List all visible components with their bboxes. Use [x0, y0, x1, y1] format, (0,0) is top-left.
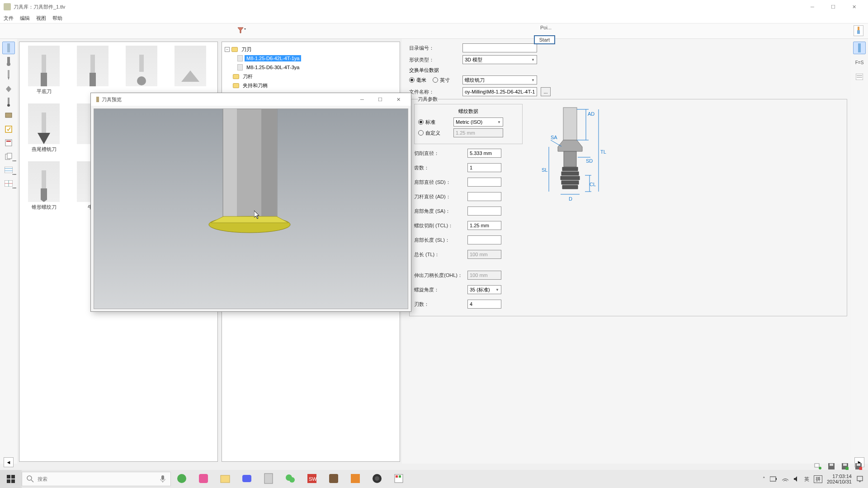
- preview-minimize-button[interactable]: ─: [353, 93, 371, 106]
- svg-rect-51: [858, 43, 861, 52]
- preview-3d-viewport[interactable]: [94, 108, 408, 309]
- rightrail-list[interactable]: [853, 70, 866, 83]
- status-flag-icon[interactable]: [813, 462, 823, 471]
- tray-chevron-up-icon[interactable]: ˄: [763, 476, 765, 482]
- start-button[interactable]: Start: [534, 35, 555, 44]
- tray-clock[interactable]: 17:03:14 2024/10/31: [827, 474, 852, 484]
- taskbar-app-orange[interactable]: [344, 470, 366, 488]
- input-thread-cut[interactable]: [467, 221, 501, 230]
- tray-ime-mode[interactable]: 拼: [814, 475, 822, 483]
- input-shoulder-angle[interactable]: [467, 206, 501, 216]
- gallery-item[interactable]: 平底刀: [23, 46, 65, 100]
- leftrail-save[interactable]: [2, 123, 15, 136]
- input-shoulder-diam[interactable]: [467, 178, 501, 187]
- preview-close-button[interactable]: ✕: [389, 93, 407, 106]
- taskbar-app-explorer[interactable]: [214, 470, 236, 488]
- tray-wifi-icon[interactable]: [782, 476, 789, 482]
- leftrail-table[interactable]: •••: [2, 164, 15, 176]
- leftrail-drill[interactable]: [2, 69, 15, 81]
- select-helix[interactable]: 35 (标准)▼: [467, 285, 501, 294]
- taskbar-app-sw[interactable]: SW: [301, 470, 323, 488]
- taskbar-search[interactable]: 搜索: [22, 472, 171, 486]
- right-toolbar: F=S: [851, 39, 868, 464]
- toolbar-tool-button[interactable]: [854, 25, 863, 36]
- select-thread-standard[interactable]: Metric (ISO)▼: [453, 117, 503, 127]
- input-catalog-no[interactable]: [462, 43, 537, 52]
- mic-icon[interactable]: [160, 475, 166, 483]
- svg-text:SD: SD: [586, 158, 593, 164]
- folder-icon: [233, 83, 239, 88]
- window-maximize-button[interactable]: ☐: [823, 0, 844, 14]
- input-cut-diam[interactable]: [467, 149, 501, 158]
- menu-edit[interactable]: 编辑: [20, 15, 30, 22]
- search-placeholder: 搜索: [38, 476, 47, 483]
- leftrail-probe[interactable]: [2, 96, 15, 108]
- radio-standard[interactable]: 标准: [418, 119, 450, 126]
- browse-file-button[interactable]: ...: [541, 87, 551, 96]
- leftrail-copy[interactable]: •••: [2, 150, 15, 163]
- input-filename[interactable]: [462, 87, 537, 96]
- svg-rect-71: [11, 475, 15, 479]
- label-shoulder-len: 肩部长度 (SL)：: [414, 237, 464, 244]
- tray-notifications-icon[interactable]: [856, 475, 863, 483]
- taskbar-app-calc[interactable]: [258, 470, 279, 488]
- leftrail-grid[interactable]: •••: [2, 177, 15, 190]
- status-save-warn-icon[interactable]: [854, 462, 863, 471]
- gallery-item[interactable]: 锥形螺纹刀: [23, 161, 65, 216]
- taskbar-app-pink[interactable]: [193, 470, 214, 488]
- leftrail-tap[interactable]: [2, 82, 15, 95]
- rightrail-fs[interactable]: F=S: [853, 56, 866, 69]
- leftrail-holder[interactable]: [2, 109, 15, 122]
- svg-rect-73: [11, 479, 15, 483]
- taskbar-app-obs[interactable]: [366, 470, 388, 488]
- preview-titlebar[interactable]: 刀具预览 ─ ☐ ✕: [91, 93, 411, 106]
- taskbar-app-paint[interactable]: [388, 470, 410, 488]
- leftrail-ball-endmill[interactable]: [2, 55, 15, 68]
- select-tool-type[interactable]: 螺纹铣刀▼: [462, 75, 537, 84]
- radio-custom[interactable]: 自定义: [418, 130, 450, 136]
- tree-node-holder[interactable]: 夹持和刀柄: [225, 81, 397, 90]
- tree-node-root[interactable]: − 刀刃: [225, 45, 397, 54]
- gallery-item[interactable]: [72, 46, 113, 100]
- taskbar-app-brown[interactable]: [323, 470, 344, 488]
- taskbar-app-discord[interactable]: [236, 470, 258, 488]
- rightrail-tool[interactable]: [853, 42, 866, 54]
- status-save-icon[interactable]: [826, 462, 836, 471]
- menu-view[interactable]: 视图: [36, 15, 46, 22]
- taskbar-app-browser[interactable]: [171, 470, 193, 488]
- input-teeth[interactable]: [467, 163, 501, 172]
- filter-button[interactable]: [235, 25, 249, 36]
- window-close-button[interactable]: ✕: [844, 0, 864, 14]
- select-shape-type[interactable]: 3D 模型▼: [462, 55, 537, 64]
- tray-ime-lang[interactable]: 英: [804, 476, 809, 483]
- radio-inch[interactable]: 英寸: [433, 77, 450, 84]
- radio-mm[interactable]: 毫米: [409, 77, 426, 84]
- tree-toggle-icon[interactable]: −: [225, 47, 230, 52]
- status-save2-icon[interactable]: [840, 462, 850, 471]
- leftrail-flat-endmill[interactable]: [2, 42, 15, 54]
- input-shoulder-len[interactable]: [467, 235, 501, 244]
- leftrail-form[interactable]: [2, 136, 15, 149]
- start-menu-button[interactable]: [0, 470, 22, 488]
- preview-maximize-button[interactable]: ☐: [371, 93, 389, 106]
- nav-prev-button[interactable]: ◄: [4, 457, 14, 467]
- folder-icon: [233, 74, 239, 79]
- gallery-item[interactable]: [170, 46, 211, 100]
- svg-rect-3: [7, 57, 10, 63]
- menu-help[interactable]: 帮助: [52, 15, 62, 22]
- input-flutes[interactable]: [467, 300, 501, 309]
- funnel-icon: [237, 27, 247, 35]
- tree-file[interactable]: M8-1.25-D6-30L-4T-3ya: [225, 63, 397, 72]
- tool-params-group: 刀具参数 螺纹数据 标准 Metric (ISO)▼ 自定义: [409, 99, 847, 316]
- tree-node-shank[interactable]: 刀杆: [225, 72, 397, 81]
- menu-file[interactable]: 文件: [4, 15, 14, 22]
- gallery-item[interactable]: [121, 46, 162, 100]
- taskbar-app-wechat[interactable]: [279, 470, 301, 488]
- input-shank-diam[interactable]: [467, 192, 501, 201]
- tray-battery-icon[interactable]: [770, 476, 777, 482]
- tray-volume-icon[interactable]: [793, 476, 800, 482]
- tree-file-selected[interactable]: M8-1.25-D6-42L-4T-1ya: [225, 54, 397, 63]
- gallery-item[interactable]: 燕尾槽铣刀: [23, 103, 65, 158]
- svg-rect-92: [396, 475, 398, 478]
- window-minimize-button[interactable]: ─: [802, 0, 823, 14]
